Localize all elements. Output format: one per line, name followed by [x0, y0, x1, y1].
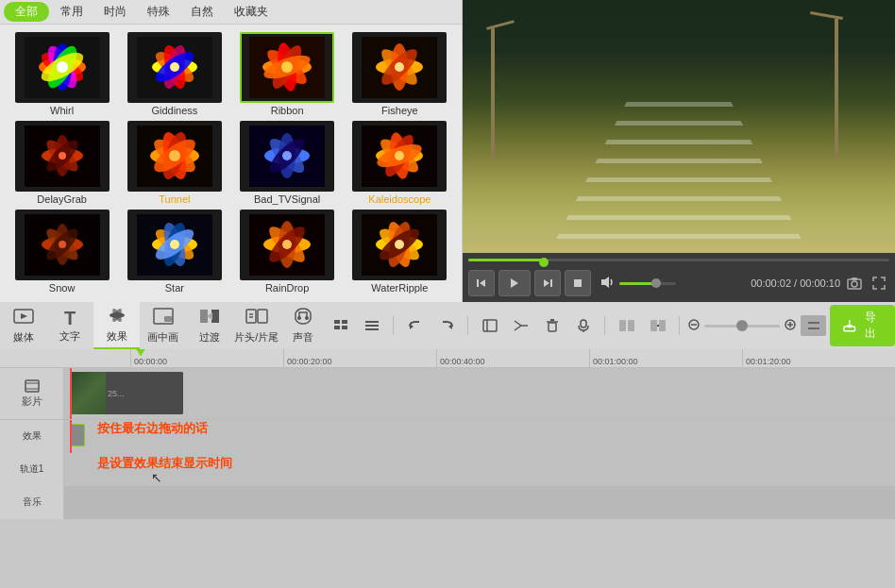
- zoom-in-button[interactable]: [784, 318, 797, 334]
- zoom-handle[interactable]: [736, 320, 748, 331]
- undo-button[interactable]: [401, 313, 429, 338]
- screenshot-button[interactable]: [844, 273, 865, 294]
- skip-forward-button[interactable]: [534, 270, 561, 296]
- effects-icon: [107, 306, 127, 328]
- svg-rect-107: [334, 326, 340, 329]
- timeline-view-button[interactable]: [358, 313, 385, 338]
- scissors-button[interactable]: [507, 313, 534, 338]
- svg-rect-85: [574, 279, 582, 287]
- effect-bad-tvsignal[interactable]: Bad_TVSignal: [233, 121, 342, 206]
- svg-rect-101: [258, 310, 267, 323]
- filter-tab-nature[interactable]: 自然: [181, 2, 223, 22]
- annotation-line1: 按住最右边拖动的话: [97, 420, 208, 437]
- redo-button[interactable]: [432, 313, 460, 338]
- tool-media[interactable]: 媒体: [0, 302, 46, 349]
- list-view-button[interactable]: [327, 313, 354, 338]
- effect-thumb-ribbon: [240, 32, 334, 103]
- audio-icon: [293, 307, 313, 328]
- effect-whirl[interactable]: Whirl: [8, 32, 116, 117]
- playhead-line: [70, 368, 72, 419]
- svg-rect-125: [619, 320, 626, 331]
- effect-star[interactable]: Star: [120, 210, 228, 294]
- svg-line-118: [515, 326, 521, 330]
- track-movie-label: 影片: [0, 368, 64, 419]
- tool-title-end[interactable]: 片头/片尾: [233, 302, 279, 349]
- effect-giddiness[interactable]: Giddiness: [120, 32, 228, 117]
- filter-tab-common[interactable]: 常用: [51, 2, 93, 22]
- tool-effects[interactable]: 效果: [93, 302, 140, 349]
- filter-tab-favorites[interactable]: 收藏夹: [225, 2, 278, 22]
- svg-rect-80: [477, 279, 479, 287]
- progress-handle[interactable]: [539, 258, 549, 267]
- cursor-icon: ↖: [151, 470, 162, 485]
- svg-rect-89: [852, 277, 857, 280]
- video-clip[interactable]: 25...: [70, 372, 183, 414]
- tool-text[interactable]: T 文字: [46, 302, 93, 349]
- effect-label-bad-tvsignal: Bad_TVSignal: [254, 193, 320, 205]
- preview-panel: 00:00:02 / 00:00:10: [463, 0, 895, 302]
- effect-thumb-fisheye: [352, 32, 447, 103]
- filter-tab-all[interactable]: 全部: [4, 2, 49, 22]
- filter-tab-special[interactable]: 特殊: [138, 2, 179, 22]
- expand-button[interactable]: [869, 273, 889, 294]
- effect-ribbon[interactable]: Ribbon: [233, 32, 342, 117]
- svg-marker-86: [601, 277, 609, 288]
- effect-tunnel[interactable]: Tunnel: [120, 121, 228, 206]
- separator-3: [604, 316, 605, 335]
- tool-transition[interactable]: 过渡: [187, 302, 233, 349]
- svg-rect-108: [342, 320, 347, 324]
- zoom-slider[interactable]: [704, 325, 780, 328]
- effects-playhead: [70, 420, 72, 453]
- effect-clip[interactable]: [70, 424, 85, 446]
- effect-kaleidoscope[interactable]: Kaleidoscope: [346, 121, 454, 206]
- delete-button[interactable]: [538, 313, 566, 338]
- media-icon: [13, 307, 34, 328]
- svg-rect-97: [200, 310, 208, 323]
- road-markings: [549, 101, 809, 253]
- split-button[interactable]: [613, 313, 640, 338]
- effect-label-giddiness: Giddiness: [151, 105, 197, 116]
- skip-back-button[interactable]: [468, 270, 495, 296]
- stop-button[interactable]: [565, 270, 591, 296]
- effect-raindrop[interactable]: RainDrop: [233, 210, 342, 294]
- tool-audio[interactable]: 声音: [280, 302, 327, 349]
- effect-thumb-waterripple: [352, 210, 447, 280]
- ruler-mark-1: 00:00:20:00: [283, 349, 436, 368]
- effects-grid: Whirl: [0, 25, 462, 302]
- tool-pic-in-pic[interactable]: 画中画: [140, 302, 186, 349]
- effect-fisheye[interactable]: Fisheye: [346, 32, 454, 117]
- tool-text-label: 文字: [59, 329, 80, 344]
- tool-audio-label: 声音: [293, 330, 313, 344]
- effect-label-raindrop: RainDrop: [265, 282, 309, 294]
- track-movie-name: 影片: [22, 395, 42, 409]
- effect-snow[interactable]: Snow: [8, 210, 116, 294]
- timeline: 00:00:00 00:00:20:00 00:00:40:00 00:01:0…: [0, 349, 895, 588]
- settings-button[interactable]: [801, 315, 826, 336]
- volume-handle[interactable]: [651, 278, 661, 288]
- effect-label-fisheye: Fisheye: [381, 105, 418, 116]
- progress-track[interactable]: [468, 259, 889, 261]
- play-button[interactable]: [498, 270, 531, 296]
- effect-thumb-raindrop: [240, 210, 334, 280]
- volume-icon: [600, 276, 616, 292]
- zoom-control: [687, 318, 797, 334]
- filter-tabs: 全部 常用 时尚 特殊 自然 收藏夹: [0, 0, 462, 25]
- volume-slider[interactable]: [619, 282, 676, 285]
- cut-insert-button[interactable]: [476, 313, 503, 338]
- tools-toolbar: 媒体 T 文字 效果: [0, 302, 895, 349]
- svg-point-14: [170, 62, 179, 72]
- merge-button[interactable]: [644, 313, 671, 338]
- mic-button[interactable]: [569, 313, 597, 338]
- svg-rect-98: [211, 310, 219, 323]
- track-1-name: 轨道1: [20, 462, 44, 476]
- clip-thumb: [70, 372, 106, 414]
- track-effects-name: 效果: [23, 429, 42, 443]
- effect-delaygrab[interactable]: DelayGrab: [8, 121, 116, 206]
- text-icon: T: [64, 309, 76, 328]
- effect-thumb-kaleidoscope: [352, 121, 447, 192]
- export-button[interactable]: 导出: [830, 305, 895, 346]
- effect-waterripple[interactable]: WaterRipple: [346, 210, 454, 294]
- tool-media-label: 媒体: [13, 330, 34, 344]
- filter-tab-fashion[interactable]: 时尚: [94, 2, 136, 22]
- zoom-out-button[interactable]: [687, 318, 701, 334]
